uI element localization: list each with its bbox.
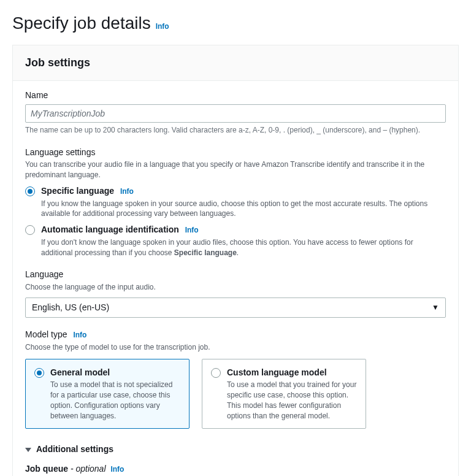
job-queue-label-row: Job queue - optional Info xyxy=(25,463,446,475)
language-settings-section: Language settings You can transcribe you… xyxy=(25,147,446,258)
page-title-text: Specify job details xyxy=(12,11,151,35)
language-section: Language Choose the language of the inpu… xyxy=(25,269,446,318)
job-queue-label: Job queue xyxy=(25,464,68,474)
model-type-section: Model type Info Choose the type of model… xyxy=(25,329,446,429)
job-queue-info-link[interactable]: Info xyxy=(110,465,124,474)
radio-title: Automatic language identification xyxy=(41,225,179,234)
radio-icon[interactable] xyxy=(25,186,35,196)
radio-automatic-language[interactable]: Automatic language identification Info I… xyxy=(25,224,446,258)
page-title: Specify job details Info xyxy=(12,11,459,35)
tile-desc: To use a model that is not specialized f… xyxy=(50,380,180,421)
radio-desc: If you don't know the language spoken in… xyxy=(41,237,446,258)
radio-icon[interactable] xyxy=(211,368,221,378)
job-queue-section: Job queue - optional Info Enables you to… xyxy=(25,463,446,476)
additional-settings-label: Additional settings xyxy=(36,443,113,456)
model-type-label: Model type Info xyxy=(25,329,446,341)
language-settings-helper: You can transcribe your audio file in a … xyxy=(25,159,446,180)
radio-title: Specific language xyxy=(41,186,114,196)
tile-desc: To use a model that you trained for your… xyxy=(227,380,357,421)
chevron-down-icon: ▼ xyxy=(432,302,439,313)
tile-general-model[interactable]: General model To use a model that is not… xyxy=(25,359,190,429)
name-input[interactable] xyxy=(25,104,446,123)
language-selected-value: English, US (en-US) xyxy=(32,302,109,314)
panel-header: Job settings xyxy=(13,45,458,81)
tile-title: Custom language model xyxy=(227,367,357,379)
additional-settings-toggle[interactable]: Additional settings xyxy=(25,443,446,456)
name-field: Name The name can be up to 200 character… xyxy=(25,90,446,135)
radio-specific-language[interactable]: Specific language Info If you know the l… xyxy=(25,185,446,219)
page-title-info-link[interactable]: Info xyxy=(156,21,169,32)
tile-title: General model xyxy=(50,367,180,379)
radio-icon[interactable] xyxy=(25,225,35,235)
chevron-down-icon xyxy=(25,448,31,452)
model-type-info-link[interactable]: Info xyxy=(73,331,86,339)
language-helper: Choose the language of the input audio. xyxy=(25,282,446,293)
language-select[interactable]: English, US (en-US) ▼ xyxy=(25,298,446,318)
job-queue-optional: - optional xyxy=(71,464,108,474)
model-type-helper: Choose the type of model to use for the … xyxy=(25,342,446,353)
job-settings-panel: Job settings Name The name can be up to … xyxy=(12,45,459,476)
radio-desc: If you know the language spoken in your … xyxy=(41,199,446,220)
name-label: Name xyxy=(25,90,446,102)
language-settings-label: Language settings xyxy=(25,147,446,159)
tile-custom-language-model[interactable]: Custom language model To use a model tha… xyxy=(202,359,366,429)
specific-language-info-link[interactable]: Info xyxy=(120,187,134,196)
automatic-language-info-link[interactable]: Info xyxy=(185,226,199,234)
radio-icon[interactable] xyxy=(34,368,44,378)
language-label: Language xyxy=(25,269,446,281)
name-helper: The name can be up to 200 characters lon… xyxy=(25,125,446,136)
